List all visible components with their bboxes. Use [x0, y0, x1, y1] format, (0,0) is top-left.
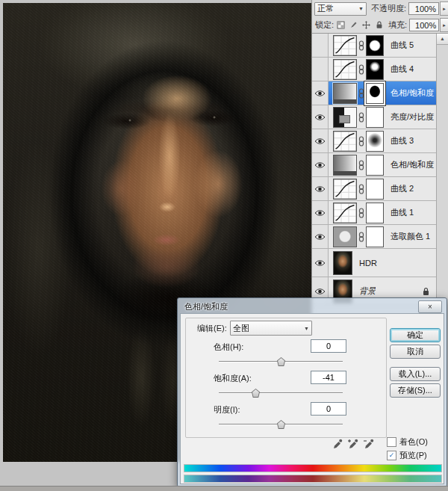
eyedropper-plus-icon[interactable] [347, 438, 359, 450]
layer-row-body[interactable]: 曲线 1 [329, 201, 436, 224]
layer-row[interactable]: 选取颜色 1 [312, 225, 436, 249]
fill-input[interactable]: 100% [409, 19, 439, 31]
lightness-slider[interactable] [219, 420, 343, 429]
layer-mask-thumbnail[interactable] [366, 155, 384, 176]
layer-mask-thumbnail[interactable] [366, 35, 384, 56]
hue-input[interactable] [311, 339, 346, 353]
layer-visibility-toggle[interactable] [312, 105, 329, 129]
layer-row-body[interactable]: 曲线 3 [329, 129, 436, 152]
layer-visibility-toggle[interactable] [312, 153, 329, 176]
lightness-input[interactable] [311, 402, 346, 416]
layer-visibility-toggle[interactable] [312, 81, 329, 105]
curves-thumbnail-icon [334, 36, 356, 55]
link-icon [358, 112, 364, 123]
layers-list: 曲线 5 [312, 34, 436, 306]
layer-visibility-toggle[interactable] [312, 201, 329, 224]
opacity-slider-arrow-icon[interactable]: ▸ [440, 1, 448, 16]
layer-row[interactable]: 色相/饱和度 2 [312, 81, 436, 105]
layer-thumbnail[interactable] [333, 179, 357, 200]
close-icon[interactable]: × [418, 300, 442, 313]
eyedropper-tools [332, 438, 375, 450]
layers-panel-header: 正常 ▼ 不透明度: 100% ▸ 锁定: [312, 0, 448, 34]
layer-mask-thumbnail[interactable] [366, 131, 384, 152]
edit-channel-select[interactable]: 全图 ▼ [230, 321, 312, 336]
layer-thumbnail[interactable] [333, 131, 357, 152]
eyedropper-minus-icon[interactable] [363, 438, 375, 450]
lock-transparency-icon[interactable] [336, 20, 346, 30]
layer-mask-thumbnail[interactable] [366, 59, 384, 80]
opacity-value: 100% [415, 4, 436, 13]
fill-slider-arrow-icon[interactable]: ▸ [440, 18, 448, 32]
saturation-input[interactable] [311, 371, 346, 384]
lock-all-icon[interactable] [374, 20, 384, 30]
link-icon [358, 40, 364, 51]
layer-thumbnail[interactable] [333, 35, 357, 56]
layer-mask-thumbnail[interactable] [366, 107, 384, 128]
layer-visibility-toggle[interactable] [312, 177, 329, 200]
scroll-up-icon[interactable]: ▲ [437, 34, 448, 45]
layer-row-body[interactable]: 曲线 5 [329, 34, 436, 57]
layer-row[interactable]: 曲线 5 [312, 34, 436, 58]
layer-row[interactable]: 亮度/对比度 1 [312, 105, 436, 129]
layer-row-body[interactable]: 亮度/对比度 1 [329, 105, 436, 129]
layer-thumbnail[interactable] [333, 59, 357, 80]
blend-mode-select[interactable]: 正常 ▼ [314, 2, 367, 16]
layer-thumbnail[interactable] [333, 251, 352, 275]
layer-row-body[interactable]: 色相/饱和度 1 [329, 153, 436, 176]
layer-row-body[interactable]: 曲线 4 [329, 58, 436, 81]
layer-row-body[interactable]: 选取颜色 1 [329, 225, 436, 248]
curves-thumbnail-icon [334, 132, 356, 151]
layer-visibility-toggle[interactable] [312, 34, 329, 57]
layer-mask-thumbnail[interactable] [366, 226, 384, 247]
layer-thumbnail[interactable] [333, 83, 357, 104]
layer-thumbnail[interactable] [333, 203, 357, 223]
layer-mask-thumbnail[interactable] [366, 83, 384, 104]
hue-slider-handle[interactable] [277, 357, 285, 366]
layer-row[interactable]: 曲线 1 [312, 201, 436, 225]
hue-saturation-dialog: 色相/饱和度 × 编辑(E): 全图 ▼ 色相(H): 饱和度(A): 明度(I… [177, 297, 447, 487]
save-button[interactable]: 存储(S)... [390, 383, 441, 398]
layer-visibility-toggle[interactable] [312, 58, 329, 81]
layer-thumbnail[interactable] [333, 226, 357, 247]
layer-row[interactable]: 曲线 2 [312, 177, 436, 201]
ok-button[interactable]: 确定 [390, 328, 441, 342]
eye-icon [314, 138, 326, 145]
lock-position-move-icon[interactable] [361, 20, 371, 30]
colorize-checkbox-row[interactable]: 着色(O) [387, 436, 428, 448]
layer-thumbnail[interactable] [333, 107, 357, 128]
layer-mask-thumbnail[interactable] [366, 203, 384, 223]
layer-row[interactable]: HDR [312, 249, 436, 277]
layer-visibility-toggle[interactable] [312, 225, 329, 248]
layer-row-body[interactable]: 色相/饱和度 2 [329, 81, 436, 105]
link-icon [358, 64, 364, 75]
hue-slider[interactable] [219, 357, 343, 366]
edit-channel-value: 全图 [233, 323, 249, 334]
lock-paint-brush-icon[interactable] [349, 20, 358, 30]
load-button[interactable]: 载入(L)... [390, 367, 441, 381]
lightness-slider-handle[interactable] [277, 420, 285, 429]
preview-checkbox[interactable]: ✓ [387, 451, 396, 460]
layer-row-body[interactable]: HDR [329, 249, 436, 277]
layer-mask-thumbnail[interactable] [366, 179, 384, 200]
opacity-input[interactable]: 100% [408, 2, 439, 15]
link-icon [358, 160, 364, 170]
layer-visibility-toggle[interactable] [312, 129, 329, 152]
layer-visibility-toggle[interactable] [312, 249, 329, 277]
layer-row[interactable]: 曲线 3 [312, 129, 436, 153]
saturation-slider-handle[interactable] [252, 389, 260, 398]
layer-name: 亮度/对比度 1 [391, 111, 436, 123]
cancel-button[interactable]: 取消 [390, 345, 441, 359]
layer-thumbnail[interactable] [333, 155, 357, 176]
layer-row[interactable]: 色相/饱和度 1 [312, 153, 436, 177]
layer-name: HDR [359, 259, 377, 268]
preview-checkbox-row[interactable]: ✓ 预览(P) [387, 450, 427, 461]
layer-row-body[interactable]: 曲线 2 [329, 177, 436, 200]
eye-icon [314, 259, 326, 267]
layer-name: 背景 [359, 285, 376, 297]
curves-thumbnail-icon [334, 179, 356, 199]
eyedropper-icon[interactable] [332, 438, 343, 450]
layer-row[interactable]: 曲线 4 [312, 58, 436, 81]
colorize-checkbox[interactable] [387, 437, 396, 447]
saturation-slider[interactable] [219, 389, 343, 398]
eye-icon [314, 288, 326, 295]
